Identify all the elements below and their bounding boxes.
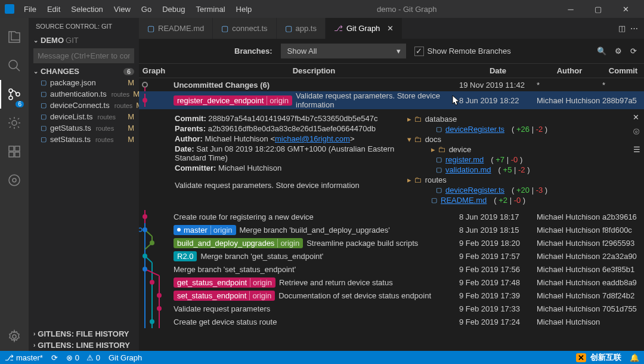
commit-row[interactable]: Create route for registering a new devic… bbox=[139, 210, 644, 223]
view-extension-icon[interactable]: ⦾ bbox=[633, 127, 640, 137]
author-email-link[interactable]: michael@16right.com bbox=[275, 134, 350, 143]
more-icon[interactable]: ⋯ bbox=[630, 24, 638, 33]
search-icon[interactable] bbox=[0, 51, 29, 80]
minimize-button[interactable]: ─ bbox=[557, 0, 584, 18]
changes-header[interactable]: ⌄ CHANGES 6 bbox=[29, 66, 139, 77]
changed-file[interactable]: ▢deviceList.tsroutesM bbox=[29, 111, 139, 122]
svg-point-2 bbox=[9, 96, 13, 100]
commit-row[interactable]: Create get device status route9 Feb 2019… bbox=[139, 315, 644, 328]
svg-point-12 bbox=[143, 82, 147, 87]
commit-row[interactable]: build_and_deploy_upgradesoriginStreamlin… bbox=[139, 236, 644, 249]
commit-list[interactable]: Uncommitted Changes (6) 19 Nov 2019 11:4… bbox=[139, 78, 644, 351]
gitlens-line-history[interactable]: ›GITLENS: LINE HISTORY bbox=[29, 340, 139, 351]
tree-view-icon[interactable]: ☰ bbox=[633, 145, 640, 154]
branch-ref[interactable]: build_and_deploy_upgradesorigin bbox=[174, 238, 303, 248]
menu-go[interactable]: Go bbox=[137, 2, 156, 16]
changed-file[interactable]: ▢getStatus.tsroutesM bbox=[29, 122, 139, 134]
debug-icon[interactable] bbox=[0, 109, 29, 137]
file-item[interactable]: ▢validation.md( +5 | -2 ) bbox=[407, 165, 637, 175]
file-item[interactable]: ▢README.md( +2 | -0 ) bbox=[407, 195, 637, 205]
commit-row[interactable]: masteroriginMerge branch 'build_and_depl… bbox=[139, 223, 644, 236]
status-modified: M bbox=[128, 112, 134, 121]
svg-point-48 bbox=[150, 319, 154, 324]
split-editor-icon[interactable]: ◫ bbox=[618, 24, 626, 33]
commit-message: Validate request parameters. Store devic… bbox=[175, 181, 395, 190]
changed-file[interactable]: ▢authentication.tsroutesM bbox=[29, 88, 139, 100]
scm-badge: 6 bbox=[16, 101, 24, 107]
commit-row-selected[interactable]: register_device_endpointorigin Validate … bbox=[139, 91, 644, 109]
tab-gitgraph[interactable]: ⎇Git Graph✕ bbox=[326, 18, 402, 39]
settings-gear-icon[interactable] bbox=[0, 322, 29, 351]
status-branch[interactable]: ⎇master* bbox=[5, 353, 43, 362]
col-graph: Graph bbox=[139, 64, 169, 78]
commit-row[interactable]: Validate request parameters9 Feb 2019 17… bbox=[139, 302, 644, 315]
chevron-down-icon: ⌄ bbox=[33, 37, 38, 44]
folder-icon: ▸ 🗀 bbox=[407, 175, 422, 184]
extensions-icon[interactable] bbox=[0, 137, 29, 166]
file-item[interactable]: ▢deviceRegister.ts( +26 | -2 ) bbox=[407, 124, 637, 134]
watermark-brand: ✕创新互联 bbox=[576, 352, 621, 363]
branches-select[interactable]: Show All bbox=[281, 44, 406, 58]
status-notifications[interactable]: 🔔 bbox=[630, 353, 639, 362]
close-icon[interactable]: ✕ bbox=[387, 24, 394, 33]
status-problems[interactable]: ⊗0 ⚠0 bbox=[66, 353, 100, 362]
branch-ref[interactable]: R2.0 bbox=[174, 251, 197, 261]
changed-file[interactable]: ▢setStatus.tsroutesM bbox=[29, 134, 139, 145]
explorer-icon[interactable] bbox=[0, 23, 29, 51]
menu-debug[interactable]: Debug bbox=[157, 2, 190, 16]
chevron-right-icon: › bbox=[33, 331, 35, 337]
svg-point-17 bbox=[143, 214, 147, 219]
commit-message-input[interactable] bbox=[33, 48, 134, 63]
repo-name: DEMO bbox=[41, 36, 64, 45]
tab-readme[interactable]: ▢README.md bbox=[139, 18, 213, 39]
branch-ref[interactable]: set_status_endpointorigin bbox=[174, 291, 275, 301]
menu-file[interactable]: File bbox=[19, 2, 41, 16]
sidebar-header: SOURCE CONTROL: GIT bbox=[29, 18, 139, 35]
repo-tag: GIT bbox=[66, 36, 79, 45]
branch-ref[interactable]: get_status_endpointorigin bbox=[174, 277, 275, 288]
uncommitted-row[interactable]: Uncommitted Changes (6) 19 Nov 2019 11:4… bbox=[139, 78, 644, 91]
gitlens-icon[interactable] bbox=[0, 166, 29, 195]
status-sync[interactable]: ⟳ bbox=[51, 353, 58, 362]
menu-view[interactable]: View bbox=[109, 2, 135, 16]
file-item[interactable]: ▢deviceRegister.ts( +20 | -3 ) bbox=[407, 185, 637, 195]
maximize-button[interactable]: ▢ bbox=[584, 0, 612, 18]
branches-label: Branches: bbox=[234, 47, 273, 55]
menu-selection[interactable]: Selection bbox=[66, 2, 107, 16]
show-remote-checkbox[interactable]: ✓Show Remote Branches bbox=[414, 47, 511, 56]
commit-details: ✕ ⦾ ☰ Commit: 288b97a54a1401419497fb4b7c… bbox=[139, 109, 644, 210]
commit-row[interactable]: get_status_endpointoriginRetrieve and re… bbox=[139, 276, 644, 289]
folder-icon: ▾ 🗀 bbox=[407, 135, 422, 144]
menu-help[interactable]: Help bbox=[231, 2, 257, 16]
branch-ref[interactable]: register_device_endpointorigin bbox=[174, 95, 292, 106]
tab-connect[interactable]: ▢connect.ts bbox=[213, 18, 276, 39]
menu-edit[interactable]: Edit bbox=[42, 2, 65, 16]
search-icon[interactable]: 🔍 bbox=[597, 47, 606, 55]
repo-header[interactable]: ⌄ DEMO GIT bbox=[29, 35, 139, 46]
commit-row[interactable]: set_status_endpointoriginDocumentation o… bbox=[139, 289, 644, 302]
gitlens-file-history[interactable]: ›GITLENS: FILE HISTORY bbox=[29, 328, 139, 340]
close-details-icon[interactable]: ✕ bbox=[633, 113, 639, 122]
commit-row[interactable]: R2.0Merge branch 'get_status_endpoint'9 … bbox=[139, 249, 644, 263]
branch-ref[interactable]: masterorigin bbox=[174, 225, 236, 235]
editor-tabs: ▢README.md ▢connect.ts ▢app.ts ⎇Git Grap… bbox=[139, 18, 644, 39]
settings-icon[interactable]: ⚙ bbox=[615, 47, 622, 55]
folder-routes[interactable]: ▸ 🗀routes bbox=[407, 175, 637, 185]
refresh-icon[interactable]: ⟳ bbox=[630, 47, 637, 55]
tab-app[interactable]: ▢app.ts bbox=[277, 18, 326, 39]
folder-docs[interactable]: ▾ 🗀docs bbox=[407, 134, 637, 144]
sidebar: SOURCE CONTROL: GIT ⌄ DEMO GIT ⌄ CHANGES… bbox=[29, 18, 139, 351]
status-modified: M bbox=[128, 124, 134, 132]
file-item[interactable]: ▢register.md( +7 | -0 ) bbox=[407, 155, 637, 165]
folder-database[interactable]: ▸ 🗀database bbox=[407, 114, 637, 124]
menu-terminal[interactable]: Terminal bbox=[191, 2, 230, 16]
folder-device[interactable]: ▸ 🗀device bbox=[407, 144, 637, 155]
source-control-icon[interactable]: 6 bbox=[0, 80, 29, 109]
changed-file[interactable]: ▢deviceConnect.tsroutesM bbox=[29, 100, 139, 111]
commit-row[interactable]: Merge branch 'set_status_endpoint'9 Feb … bbox=[139, 263, 644, 276]
changed-file[interactable]: ▢package.jsonM bbox=[29, 77, 139, 88]
file-icon: ▢ bbox=[436, 156, 442, 164]
status-gitgraph[interactable]: Git Graph bbox=[109, 353, 142, 362]
svg-point-40 bbox=[157, 293, 162, 298]
close-button[interactable]: ✕ bbox=[612, 0, 639, 18]
